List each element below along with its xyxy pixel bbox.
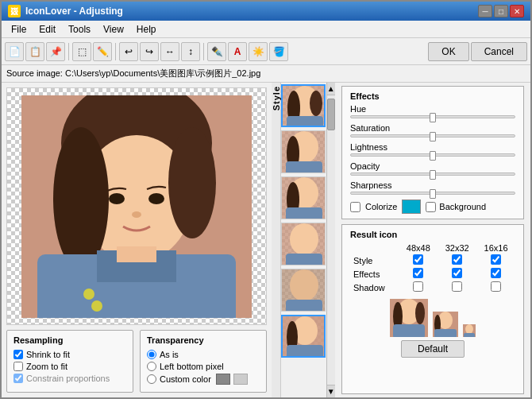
sharpness-slider-track[interactable] (350, 192, 515, 195)
title-bar: 🖼 IconLover - Adjusting ─ □ ✕ (2, 2, 530, 21)
shrink-row: Shrink to fit (13, 350, 126, 359)
hue-slider-track[interactable] (350, 115, 515, 118)
hue-slider-thumb[interactable] (430, 113, 436, 122)
close-button[interactable]: ✕ (510, 5, 524, 17)
style-scroll-label: Style (272, 83, 281, 397)
toolbar-redo[interactable]: ↪ (140, 42, 159, 61)
shadow-16-checkbox[interactable] (491, 281, 501, 292)
toolbar-undo[interactable]: ↩ (119, 42, 138, 61)
shrink-checkbox[interactable] (13, 350, 23, 359)
scroll-up-button[interactable]: ▲ (327, 83, 335, 95)
opacity-slider-track[interactable] (350, 172, 515, 176)
main-image (21, 95, 252, 318)
lightness-slider-track[interactable] (350, 153, 515, 157)
toolbar-tool1[interactable]: ✒️ (207, 42, 226, 61)
shadow-32-checkbox[interactable] (452, 281, 462, 292)
custom-color-label: Custom color (160, 374, 211, 384)
svg-point-29 (290, 223, 318, 255)
menu-file[interactable]: File (5, 22, 33, 37)
style-row: Style (350, 254, 515, 267)
zoom-checkbox[interactable] (13, 362, 23, 371)
preview-16 (463, 324, 476, 337)
custom-color-dropper[interactable] (233, 374, 248, 385)
custom-color-radio[interactable] (147, 374, 156, 384)
colorize-label: Colorize (365, 202, 397, 211)
toolbar-resize-v[interactable]: ↕ (181, 42, 200, 61)
svg-rect-27 (286, 207, 322, 219)
scroll-track (327, 95, 335, 385)
custom-color-picker[interactable] (216, 374, 230, 385)
style-16-checkbox[interactable] (491, 254, 501, 265)
svg-rect-42 (393, 324, 425, 337)
opacity-slider-thumb[interactable] (430, 170, 436, 180)
preview-48 (390, 299, 428, 337)
style-thumb-5[interactable] (281, 269, 326, 312)
menu-bar: File Edit Tools View Help (2, 21, 530, 38)
toolbar-resize-h[interactable]: ↔ (160, 42, 179, 61)
result-table: 48x48 32x32 16x16 Style E (350, 242, 515, 294)
ok-button[interactable]: OK (428, 42, 468, 61)
as-is-row: As is (147, 350, 260, 359)
effects-16-checkbox[interactable] (491, 268, 501, 278)
minimize-button[interactable]: ─ (478, 5, 492, 17)
toolbar-pencil[interactable]: ✏️ (93, 42, 112, 61)
source-path: Source image: C:\Users\yp\Documents\美图图库… (2, 65, 530, 83)
colorize-checkbox[interactable] (350, 202, 360, 212)
scroll-handle[interactable] (327, 99, 335, 130)
toolbar-tool2[interactable]: A (228, 42, 247, 61)
svg-point-32 (290, 269, 318, 301)
custom-color-row: Custom color (147, 374, 260, 385)
style-32-check (438, 254, 476, 267)
style-thumb-2[interactable] (281, 130, 326, 173)
toolbar-fill[interactable]: 🪣 (269, 42, 288, 61)
svg-rect-23 (286, 161, 322, 173)
effects-row: Effects (350, 267, 515, 281)
shadow-48-checkbox[interactable] (413, 281, 423, 292)
preview-32-svg (433, 312, 458, 337)
svg-point-10 (148, 193, 164, 204)
preview-16-svg (463, 324, 476, 337)
effects-group: Effects Hue Saturation Lightness (341, 86, 524, 219)
maximize-button[interactable]: □ (494, 5, 508, 17)
effects-32-checkbox[interactable] (452, 268, 462, 278)
result-icon-title: Result icon (350, 230, 515, 239)
toolbar-sep3 (203, 43, 204, 60)
left-bottom-radio[interactable] (147, 362, 156, 371)
scroll-down-button[interactable]: ▼ (327, 385, 335, 397)
sharpness-slider-thumb[interactable] (430, 189, 436, 199)
menu-help[interactable]: Help (130, 22, 163, 37)
style-thumb-1[interactable] (281, 84, 326, 127)
main-image-area: Resampling Shrink to fit Zoom to fit Con… (2, 83, 272, 397)
menu-edit[interactable]: Edit (33, 22, 62, 37)
transparency-title: Transparency (147, 335, 260, 345)
toolbar-copy[interactable]: 📋 (25, 42, 44, 61)
toolbar-new[interactable]: 📄 (5, 42, 24, 61)
menu-tools[interactable]: Tools (62, 22, 97, 37)
thumb-img-4 (282, 223, 326, 265)
style-thumb-4[interactable] (281, 223, 326, 265)
as-is-radio[interactable] (147, 350, 156, 359)
shadow-32-check (438, 281, 476, 294)
cancel-button[interactable]: Cancel (471, 42, 527, 61)
style-32-checkbox[interactable] (452, 254, 462, 265)
menu-view[interactable]: View (97, 22, 130, 37)
style-thumb-3[interactable] (281, 176, 326, 219)
style-thumb-selected[interactable] (281, 315, 326, 358)
svg-point-13 (91, 300, 102, 312)
toolbar-select[interactable]: ⬚ (72, 42, 91, 61)
background-checkbox[interactable] (426, 202, 436, 212)
saturation-slider-thumb[interactable] (430, 132, 436, 141)
style-48-checkbox[interactable] (413, 254, 423, 265)
effects-48-checkbox[interactable] (413, 268, 423, 278)
preview-48-svg (390, 299, 428, 337)
default-button[interactable]: Default (401, 340, 465, 358)
toolbar-brightness[interactable]: ☀️ (249, 42, 268, 61)
saturation-slider-track[interactable] (350, 134, 515, 138)
lightness-slider-thumb[interactable] (430, 151, 436, 161)
constrain-checkbox[interactable] (13, 374, 23, 383)
bg-checkbox-area: Background (426, 202, 486, 212)
toolbar-paste[interactable]: 📌 (46, 42, 65, 61)
color-swatch[interactable] (402, 200, 421, 214)
toolbar-sep2 (115, 43, 116, 60)
shadow-48-check (399, 281, 438, 294)
